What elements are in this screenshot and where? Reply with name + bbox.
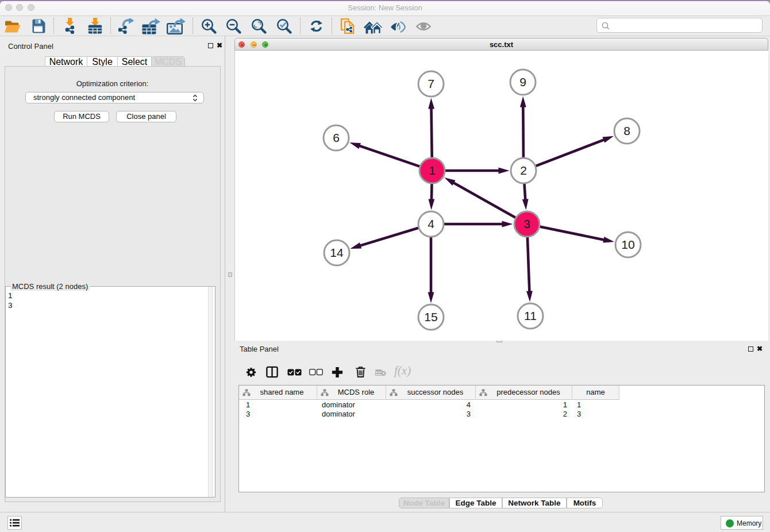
svg-text:14: 14 bbox=[330, 246, 344, 259]
svg-text:7: 7 bbox=[428, 77, 434, 90]
svg-text:1: 1 bbox=[429, 164, 436, 177]
svg-text:8: 8 bbox=[623, 124, 630, 137]
svg-text:9: 9 bbox=[519, 75, 526, 88]
svg-text:10: 10 bbox=[621, 238, 634, 251]
svg-text:6: 6 bbox=[333, 131, 340, 144]
svg-text:3: 3 bbox=[523, 217, 530, 230]
svg-text:2: 2 bbox=[520, 164, 527, 177]
svg-text:4: 4 bbox=[428, 217, 434, 230]
svg-text:15: 15 bbox=[424, 310, 437, 323]
svg-text:11: 11 bbox=[524, 309, 537, 322]
